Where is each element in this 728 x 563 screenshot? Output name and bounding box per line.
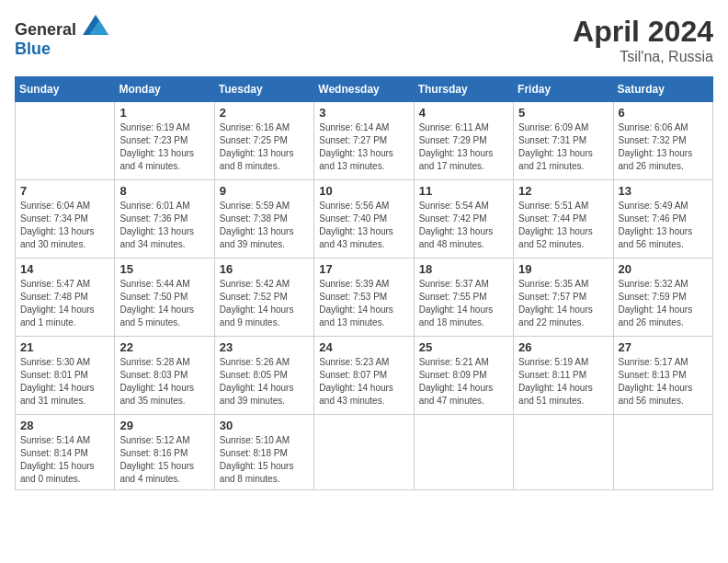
calendar-cell: 25Sunrise: 5:21 AM Sunset: 8:09 PM Dayli… bbox=[414, 337, 513, 415]
calendar-cell: 13Sunrise: 5:49 AM Sunset: 7:46 PM Dayli… bbox=[613, 180, 712, 259]
day-info: Sunrise: 5:37 AM Sunset: 7:55 PM Dayligh… bbox=[419, 278, 508, 329]
calendar-cell: 27Sunrise: 5:17 AM Sunset: 8:13 PM Dayli… bbox=[613, 337, 712, 415]
calendar-cell bbox=[414, 415, 513, 490]
day-info: Sunrise: 6:04 AM Sunset: 7:34 PM Dayligh… bbox=[20, 200, 109, 251]
calendar-cell: 16Sunrise: 5:42 AM Sunset: 7:52 PM Dayli… bbox=[214, 259, 313, 337]
calendar-cell: 30Sunrise: 5:10 AM Sunset: 8:18 PM Dayli… bbox=[214, 415, 313, 490]
weekday-header-row: SundayMondayTuesdayWednesdayThursdayFrid… bbox=[16, 77, 713, 102]
day-info: Sunrise: 5:51 AM Sunset: 7:44 PM Dayligh… bbox=[518, 200, 608, 251]
calendar-cell: 14Sunrise: 5:47 AM Sunset: 7:48 PM Dayli… bbox=[16, 259, 115, 337]
weekday-header-sunday: Sunday bbox=[16, 77, 115, 102]
calendar-cell: 18Sunrise: 5:37 AM Sunset: 7:55 PM Dayli… bbox=[414, 259, 513, 337]
calendar-cell: 19Sunrise: 5:35 AM Sunset: 7:57 PM Dayli… bbox=[514, 259, 613, 337]
calendar-cell: 22Sunrise: 5:28 AM Sunset: 8:03 PM Dayli… bbox=[115, 337, 214, 415]
calendar-cell: 15Sunrise: 5:44 AM Sunset: 7:50 PM Dayli… bbox=[115, 259, 214, 337]
calendar-cell: 12Sunrise: 5:51 AM Sunset: 7:44 PM Dayli… bbox=[514, 180, 613, 259]
day-number: 8 bbox=[119, 184, 209, 198]
day-number: 16 bbox=[220, 262, 309, 276]
calendar-cell: 10Sunrise: 5:56 AM Sunset: 7:40 PM Dayli… bbox=[314, 180, 414, 259]
day-number: 17 bbox=[319, 262, 408, 276]
calendar-cell: 6Sunrise: 6:06 AM Sunset: 7:32 PM Daylig… bbox=[613, 102, 712, 180]
week-row-2: 7Sunrise: 6:04 AM Sunset: 7:34 PM Daylig… bbox=[16, 180, 713, 259]
day-info: Sunrise: 5:30 AM Sunset: 8:01 PM Dayligh… bbox=[20, 356, 109, 408]
day-number: 9 bbox=[220, 184, 309, 198]
day-info: Sunrise: 5:49 AM Sunset: 7:46 PM Dayligh… bbox=[619, 200, 708, 251]
calendar-cell: 4Sunrise: 6:11 AM Sunset: 7:29 PM Daylig… bbox=[414, 102, 513, 180]
logo-text: General Blue bbox=[15, 15, 108, 59]
day-number: 25 bbox=[419, 340, 508, 354]
day-number: 18 bbox=[419, 262, 508, 276]
day-info: Sunrise: 5:47 AM Sunset: 7:48 PM Dayligh… bbox=[20, 278, 109, 329]
day-info: Sunrise: 5:17 AM Sunset: 8:13 PM Dayligh… bbox=[619, 356, 708, 408]
calendar-cell: 8Sunrise: 6:01 AM Sunset: 7:36 PM Daylig… bbox=[115, 180, 214, 259]
page-header: General Blue April 2024 Tsil'na, Russia bbox=[15, 15, 713, 65]
day-number: 19 bbox=[518, 262, 608, 276]
month-title: April 2024 bbox=[573, 15, 713, 49]
calendar-cell bbox=[613, 415, 712, 490]
calendar-cell: 1Sunrise: 6:19 AM Sunset: 7:23 PM Daylig… bbox=[115, 102, 214, 180]
day-info: Sunrise: 5:28 AM Sunset: 8:03 PM Dayligh… bbox=[119, 356, 209, 408]
day-info: Sunrise: 5:21 AM Sunset: 8:09 PM Dayligh… bbox=[419, 356, 508, 408]
calendar-cell bbox=[314, 415, 414, 490]
day-number: 13 bbox=[619, 184, 708, 198]
day-number: 20 bbox=[619, 262, 708, 276]
weekday-header-monday: Monday bbox=[115, 77, 214, 102]
day-number: 5 bbox=[518, 106, 608, 120]
calendar-cell: 11Sunrise: 5:54 AM Sunset: 7:42 PM Dayli… bbox=[414, 180, 513, 259]
week-row-1: 1Sunrise: 6:19 AM Sunset: 7:23 PM Daylig… bbox=[16, 102, 713, 180]
day-info: Sunrise: 5:42 AM Sunset: 7:52 PM Dayligh… bbox=[220, 278, 309, 329]
day-info: Sunrise: 5:26 AM Sunset: 8:05 PM Dayligh… bbox=[220, 356, 309, 408]
day-number: 1 bbox=[119, 106, 209, 120]
day-info: Sunrise: 6:14 AM Sunset: 7:27 PM Dayligh… bbox=[319, 121, 408, 173]
day-number: 6 bbox=[619, 106, 708, 120]
day-number: 2 bbox=[220, 106, 309, 120]
day-number: 15 bbox=[119, 262, 209, 276]
day-number: 23 bbox=[220, 340, 309, 354]
title-block: April 2024 Tsil'na, Russia bbox=[573, 15, 713, 65]
day-info: Sunrise: 5:44 AM Sunset: 7:50 PM Dayligh… bbox=[119, 278, 209, 329]
weekday-header-friday: Friday bbox=[514, 77, 613, 102]
day-number: 14 bbox=[20, 262, 109, 276]
day-info: Sunrise: 6:16 AM Sunset: 7:25 PM Dayligh… bbox=[220, 121, 309, 173]
day-info: Sunrise: 6:19 AM Sunset: 7:23 PM Dayligh… bbox=[119, 121, 209, 173]
week-row-5: 28Sunrise: 5:14 AM Sunset: 8:14 PM Dayli… bbox=[16, 415, 713, 490]
day-info: Sunrise: 5:19 AM Sunset: 8:11 PM Dayligh… bbox=[518, 356, 608, 408]
day-info: Sunrise: 5:10 AM Sunset: 8:18 PM Dayligh… bbox=[220, 434, 309, 486]
weekday-header-wednesday: Wednesday bbox=[314, 77, 414, 102]
calendar-cell: 3Sunrise: 6:14 AM Sunset: 7:27 PM Daylig… bbox=[314, 102, 414, 180]
weekday-header-saturday: Saturday bbox=[613, 77, 712, 102]
day-info: Sunrise: 5:54 AM Sunset: 7:42 PM Dayligh… bbox=[419, 200, 508, 251]
calendar-cell: 29Sunrise: 5:12 AM Sunset: 8:16 PM Dayli… bbox=[115, 415, 214, 490]
calendar-cell: 2Sunrise: 6:16 AM Sunset: 7:25 PM Daylig… bbox=[214, 102, 313, 180]
day-number: 4 bbox=[419, 106, 508, 120]
day-number: 3 bbox=[319, 106, 408, 120]
weekday-header-thursday: Thursday bbox=[414, 77, 513, 102]
day-info: Sunrise: 5:39 AM Sunset: 7:53 PM Dayligh… bbox=[319, 278, 408, 329]
day-info: Sunrise: 6:09 AM Sunset: 7:31 PM Dayligh… bbox=[518, 121, 608, 173]
calendar-cell: 23Sunrise: 5:26 AM Sunset: 8:05 PM Dayli… bbox=[214, 337, 313, 415]
calendar-cell: 26Sunrise: 5:19 AM Sunset: 8:11 PM Dayli… bbox=[514, 337, 613, 415]
day-number: 11 bbox=[419, 184, 508, 198]
day-number: 21 bbox=[20, 340, 109, 354]
calendar-cell: 9Sunrise: 5:59 AM Sunset: 7:38 PM Daylig… bbox=[214, 180, 313, 259]
day-info: Sunrise: 5:35 AM Sunset: 7:57 PM Dayligh… bbox=[518, 278, 608, 329]
day-info: Sunrise: 5:12 AM Sunset: 8:16 PM Dayligh… bbox=[119, 434, 209, 486]
day-info: Sunrise: 5:56 AM Sunset: 7:40 PM Dayligh… bbox=[319, 200, 408, 251]
day-info: Sunrise: 6:11 AM Sunset: 7:29 PM Dayligh… bbox=[419, 121, 508, 173]
day-info: Sunrise: 5:23 AM Sunset: 8:07 PM Dayligh… bbox=[319, 356, 408, 408]
day-number: 28 bbox=[20, 419, 109, 432]
calendar-cell: 7Sunrise: 6:04 AM Sunset: 7:34 PM Daylig… bbox=[16, 180, 115, 259]
logo-blue: Blue bbox=[15, 40, 51, 58]
day-number: 29 bbox=[119, 419, 209, 432]
calendar-cell bbox=[514, 415, 613, 490]
day-number: 24 bbox=[319, 340, 408, 354]
location-title: Tsil'na, Russia bbox=[573, 49, 713, 65]
calendar-cell: 17Sunrise: 5:39 AM Sunset: 7:53 PM Dayli… bbox=[314, 259, 414, 337]
day-number: 27 bbox=[619, 340, 708, 354]
day-number: 7 bbox=[20, 184, 109, 198]
day-number: 26 bbox=[518, 340, 608, 354]
week-row-3: 14Sunrise: 5:47 AM Sunset: 7:48 PM Dayli… bbox=[16, 259, 713, 337]
day-info: Sunrise: 5:32 AM Sunset: 7:59 PM Dayligh… bbox=[619, 278, 708, 329]
logo-icon bbox=[83, 15, 108, 35]
calendar-cell: 28Sunrise: 5:14 AM Sunset: 8:14 PM Dayli… bbox=[16, 415, 115, 490]
